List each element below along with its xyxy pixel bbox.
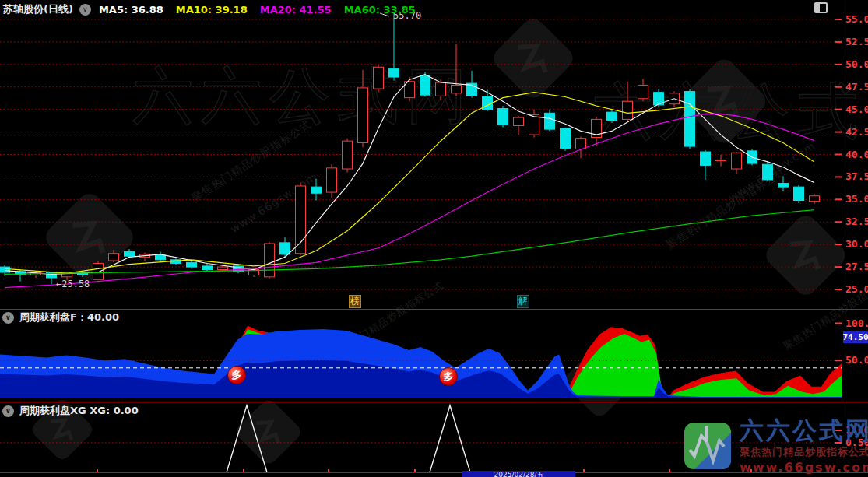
candle-body xyxy=(218,267,228,269)
candle-body xyxy=(545,113,555,129)
indicator-axis-label: 50.00 xyxy=(845,354,868,366)
current-value-badge: 74.50 xyxy=(843,331,868,343)
price-axis-label: 25.00 xyxy=(845,283,868,295)
candle-body xyxy=(125,251,135,256)
price-axis-label: 35.00 xyxy=(845,193,868,205)
candle-body xyxy=(280,243,290,254)
stock-title: 苏轴股份(日线) xyxy=(3,2,73,16)
candle-body xyxy=(576,139,586,149)
signal-triangle xyxy=(430,405,470,472)
bull-signal-badge: 多 xyxy=(439,367,458,386)
watermark-layer: 六六公式网六六公式网聚焦热门精品炒股指标公式www.66gsw.comwww.6… xyxy=(30,14,868,467)
chevron-down-icon[interactable]: ∨ xyxy=(79,4,91,16)
ma-value: MA60: 33.85 xyxy=(344,4,416,16)
candle-body xyxy=(109,254,119,261)
candle-body xyxy=(514,117,524,125)
indicator-axis-label: 100.0 xyxy=(845,317,868,329)
candle-body xyxy=(358,88,368,143)
candle-body xyxy=(452,85,462,93)
candle-body xyxy=(156,255,166,260)
candle-body xyxy=(93,263,104,279)
price-annotation: ←25.58 xyxy=(56,279,90,289)
candle-body xyxy=(529,115,539,135)
candle-body xyxy=(623,101,633,119)
candle-body xyxy=(296,186,306,254)
indicator-panel-title: ∨ 周期获利盘F：40.00 xyxy=(2,310,119,324)
watermark-diamond-shape xyxy=(761,211,849,299)
candle-body xyxy=(202,266,213,270)
signal-label: 周期获利盘XG XG: 0.00 xyxy=(19,404,139,418)
ma-value: MA10: 39.18 xyxy=(176,4,248,16)
brand-text: 六六公式网 聚焦热门精品炒股指标公式 www.66gsw.com xyxy=(740,418,868,475)
brand-logo-icon xyxy=(684,422,732,470)
candle-body xyxy=(343,141,353,169)
price-axis-label: 30.00 xyxy=(845,238,868,250)
indicator-label: 周期获利盘F：40.00 xyxy=(19,310,119,324)
price-axis-label: 42.50 xyxy=(845,126,868,138)
ma-values: MA5: 36.88MA10: 39.18MA20: 41.55MA60: 33… xyxy=(99,4,428,16)
candle-body xyxy=(498,109,508,125)
watermark-diamond-shape xyxy=(234,397,304,468)
candle-body xyxy=(389,69,399,77)
chart-tag-badge[interactable]: 榜 xyxy=(349,295,361,308)
candle-body xyxy=(327,168,337,192)
watermark-diamond-icon xyxy=(234,397,304,468)
panel-layout-icon-fill xyxy=(816,4,820,12)
chart-header: 苏轴股份(日线) ∨ MA5: 36.88MA10: 39.18MA20: 41… xyxy=(3,2,428,16)
candle-body xyxy=(794,187,804,200)
price-axis-label: 27.50 xyxy=(845,261,868,272)
candle-body xyxy=(778,184,789,188)
price-axis-label: 45.00 xyxy=(845,103,868,115)
candle-body xyxy=(701,152,711,165)
watermark-diamond-icon xyxy=(489,14,577,102)
candle-body xyxy=(436,82,446,96)
ma-value: MA20: 41.55 xyxy=(260,4,332,16)
price-axis-label: 52.50 xyxy=(845,36,868,47)
price-axis-label: 50.00 xyxy=(845,58,868,70)
candle-body xyxy=(311,187,322,193)
watermark-diamond-shape xyxy=(489,14,577,102)
chevron-down-icon[interactable]: ∨ xyxy=(2,405,14,417)
candle-body xyxy=(685,92,695,147)
candle-body xyxy=(607,112,617,120)
price-axis-label: 37.50 xyxy=(845,170,868,182)
candle-body xyxy=(187,262,197,267)
candle-body xyxy=(810,196,820,202)
brand-tagline: 聚焦热门精品炒股指标公式 xyxy=(740,445,868,459)
candle-body xyxy=(638,85,648,98)
candle-body xyxy=(374,67,384,89)
chevron-down-icon[interactable]: ∨ xyxy=(2,312,14,324)
ma-value: MA5: 36.88 xyxy=(99,4,163,16)
candle-body xyxy=(420,75,430,95)
price-axis-label: 40.00 xyxy=(845,149,868,160)
price-axis-label: 32.50 xyxy=(845,216,868,227)
indicator-areas xyxy=(0,325,842,398)
brand-name: 六六公式网 xyxy=(740,418,868,444)
chart-tag-badge[interactable]: 解 xyxy=(517,295,529,308)
bull-signal-badge: 多 xyxy=(227,366,246,384)
brand-watermark: 六六公式网 聚焦热门精品炒股指标公式 www.66gsw.com xyxy=(684,418,868,475)
brand-url: www.66gsw.com xyxy=(740,460,868,475)
candle-body xyxy=(0,267,10,272)
candle-body xyxy=(716,160,726,160)
candle-body xyxy=(763,164,773,180)
price-axis-label: 55.00 xyxy=(845,13,868,25)
watermark-diamond-icon xyxy=(761,211,849,299)
watermark-diamond-icon xyxy=(41,189,138,286)
signal-panel-title: ∨ 周期获利盘XG XG: 0.00 xyxy=(2,404,139,418)
stock-chart-window: 六六公式网六六公式网聚焦热门精品炒股指标公式www.66gsw.comwww.6… xyxy=(0,0,868,477)
watermark-diamond-shape xyxy=(41,189,138,286)
candle-body xyxy=(561,128,571,148)
price-axis-label: 47.50 xyxy=(845,81,868,93)
candle-body xyxy=(265,244,275,277)
panel-layout-icon[interactable] xyxy=(814,2,828,13)
date-label: 2025/02/28/五 xyxy=(462,471,575,477)
candle-body xyxy=(732,153,742,169)
